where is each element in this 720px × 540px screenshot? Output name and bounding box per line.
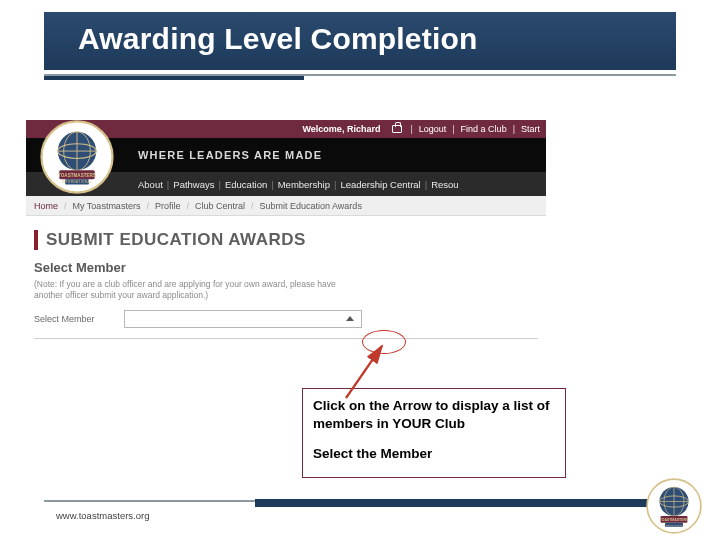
crumb-home[interactable]: Home [34, 201, 58, 211]
crumb-sep: / [146, 201, 149, 211]
page-body: SUBMIT EDUCATION AWARDS Select Member (N… [26, 220, 546, 339]
svg-text:INTERNATIONAL: INTERNATIONAL [663, 524, 686, 526]
svg-text:INTERNATIONAL: INTERNATIONAL [62, 180, 92, 184]
welcome-text: Welcome, Richard [303, 124, 381, 134]
breadcrumb: Home / My Toastmasters / Profile / Club … [26, 196, 546, 216]
ribbon-sep: | [513, 124, 515, 134]
title-accent [44, 76, 304, 80]
crumb-sep: / [186, 201, 189, 211]
tagline: WHERE LEADERS ARE MADE [138, 149, 322, 161]
slide-title: Awarding Level Completion [44, 12, 676, 56]
find-club-link[interactable]: Find a Club [461, 124, 507, 134]
crumb-sep: / [64, 201, 67, 211]
callout-line-1: Click on the Arrow to display a list of … [313, 397, 555, 433]
nav-divider: | [334, 179, 336, 190]
logout-link[interactable]: Logout [419, 124, 447, 134]
caret-up-icon [346, 316, 354, 321]
callout-line-2: Select the Member [313, 445, 555, 463]
nav-item-membership[interactable]: Membership [278, 179, 330, 190]
officer-note: (Note: If you are a club officer and are… [34, 279, 344, 302]
field-underline [34, 338, 538, 339]
crumb-submit-awards[interactable]: Submit Education Awards [259, 201, 361, 211]
title-bar: Awarding Level Completion [44, 12, 676, 70]
cart-icon[interactable] [392, 125, 402, 133]
crumb-sep: / [251, 201, 254, 211]
ribbon-sep: | [452, 124, 454, 134]
nav-divider: | [167, 179, 169, 190]
crumb-club-central[interactable]: Club Central [195, 201, 245, 211]
nav-divider: | [425, 179, 427, 190]
footer-url: www.toastmasters.org [56, 510, 149, 521]
ribbon-sep: | [410, 124, 412, 134]
screenshot-region: Welcome, Richard | Logout | Find a Club … [26, 114, 546, 380]
select-member-dropdown[interactable] [124, 310, 362, 328]
crumb-my-toastmasters[interactable]: My Toastmasters [73, 201, 141, 211]
page-heading: SUBMIT EDUCATION AWARDS [46, 230, 306, 250]
footer-accent [255, 499, 655, 507]
instruction-callout: Click on the Arrow to display a list of … [302, 388, 566, 478]
nav-item-resources[interactable]: Resou [431, 179, 458, 190]
nav-item-education[interactable]: Education [225, 179, 267, 190]
dropdown-arrow-button[interactable] [343, 312, 357, 326]
select-member-label: Select Member [34, 314, 124, 324]
nav-item-leadership[interactable]: Leadership Central [340, 179, 420, 190]
start-link[interactable]: Start [521, 124, 540, 134]
footer-logo: TOASTMASTERS INTERNATIONAL [646, 478, 702, 534]
annotation-circle [362, 330, 406, 354]
svg-text:TOASTMASTERS: TOASTMASTERS [660, 518, 689, 522]
toastmasters-logo[interactable]: TOASTMASTERS INTERNATIONAL [40, 120, 114, 194]
nav-divider: | [271, 179, 273, 190]
heading-accent-bar [34, 230, 38, 250]
section-subhead: Select Member [34, 260, 546, 275]
nav-item-pathways[interactable]: Pathways [173, 179, 214, 190]
crumb-profile[interactable]: Profile [155, 201, 181, 211]
nav-divider: | [218, 179, 220, 190]
nav-item-about[interactable]: About [138, 179, 163, 190]
svg-text:TOASTMASTERS: TOASTMASTERS [58, 173, 96, 178]
